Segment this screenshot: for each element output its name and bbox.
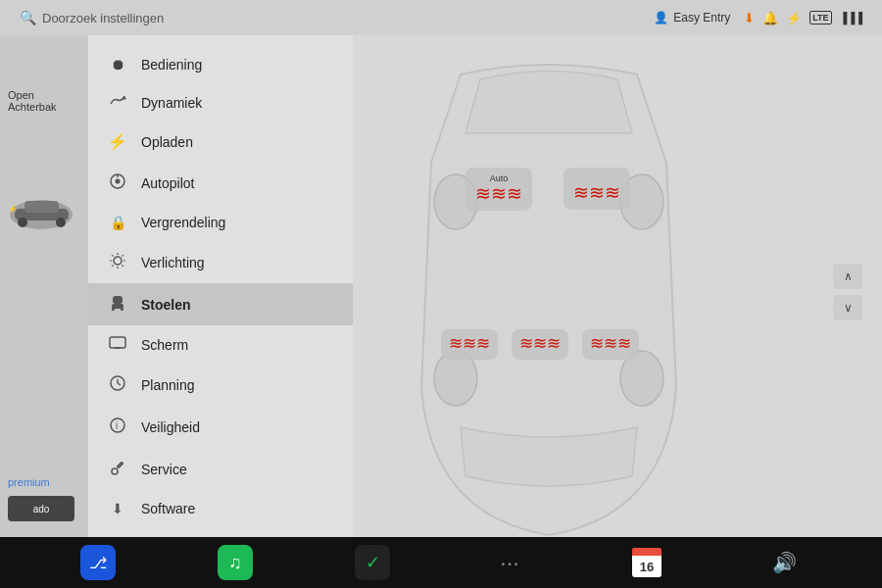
bluetooth-app-icon[interactable]: ⎇ — [80, 545, 116, 580]
rear-seats-row: ≋≋≋ ≋≋≋ ≋≋≋ — [441, 329, 639, 360]
vergrendeling-label: Vergrendeling — [141, 215, 225, 230]
dots-app-icon[interactable]: ··· — [492, 545, 527, 580]
software-label: Software — [141, 501, 195, 516]
front-left-heat-icon: ≋≋≋ — [475, 184, 522, 205]
menu-item-service[interactable]: Service — [88, 448, 353, 490]
car-thumbnail: ⚡ — [5, 187, 78, 240]
front-left-seat[interactable]: Auto ≋≋≋ — [466, 168, 532, 211]
planning-label: Planning — [141, 377, 195, 393]
dynamiek-label: Dynamiek — [141, 95, 202, 111]
svg-point-3 — [18, 218, 27, 227]
top-right-status: 👤 Easy Entry ⬇ 🔔 ⚡ LTE ▐▐▐ — [654, 11, 862, 25]
menu-item-verlichting[interactable]: Verlichting — [88, 241, 353, 283]
checkmark-symbol: ✓ — [366, 552, 380, 573]
chevron-down-icon: ∨ — [844, 301, 853, 315]
signal-bars: ▐▐▐ — [840, 12, 862, 24]
spotify-symbol: ♫ — [228, 553, 242, 573]
ado-label: ado — [33, 504, 50, 514]
search-icon: 🔍 — [20, 10, 36, 25]
svg-point-8 — [116, 179, 121, 184]
svg-line-15 — [112, 255, 113, 256]
svg-rect-22 — [121, 308, 123, 311]
planning-icon — [108, 374, 127, 395]
svg-text:⚡: ⚡ — [8, 204, 18, 214]
menu-item-autopilot[interactable]: Autopilot — [88, 162, 353, 204]
download-icon: ⬇ — [744, 11, 755, 25]
opladen-icon: ⚡ — [108, 132, 127, 151]
svg-line-17 — [122, 255, 122, 256]
menu-item-bediening[interactable]: ⏺ Bediening — [88, 45, 353, 83]
stoelen-label: Stoelen — [141, 297, 191, 313]
service-label: Service — [141, 462, 187, 477]
scherm-label: Scherm — [141, 337, 188, 353]
premium-label-wrap: premium — [8, 472, 50, 490]
svg-rect-23 — [110, 337, 125, 348]
svg-point-30 — [112, 468, 118, 474]
menu-item-dynamiek[interactable]: Dynamiek — [88, 83, 353, 122]
achterbak-label: Achterbak — [8, 101, 57, 113]
spotify-app-icon[interactable]: ♫ — [218, 545, 253, 580]
bluetooth-symbol: ⎇ — [89, 554, 107, 572]
menu-item-software[interactable]: ⬇ Software — [88, 490, 353, 527]
search-area[interactable]: 🔍 Doorzoek instellingen — [20, 10, 642, 25]
svg-text:i: i — [116, 420, 118, 431]
scroll-down-button[interactable]: ∨ — [833, 295, 862, 320]
rear-center-seat[interactable]: ≋≋≋ — [512, 329, 568, 360]
rear-right-seat[interactable]: ≋≋≋ — [582, 329, 639, 360]
verlichting-label: Verlichting — [141, 255, 205, 270]
checkmark-app-icon[interactable]: ✓ — [355, 545, 390, 580]
menu-item-planning[interactable]: Planning — [88, 364, 353, 406]
car-outline-svg — [382, 45, 715, 549]
scroll-up-button[interactable]: ∧ — [833, 264, 862, 289]
menu-item-opladen[interactable]: ⚡ Opladen — [88, 122, 353, 162]
front-right-seat[interactable]: ≋≋≋ — [564, 168, 630, 210]
verlichting-icon — [108, 252, 127, 272]
bluetooth-status-icon: ⚡ — [786, 11, 802, 25]
menu-item-stoelen[interactable]: Stoelen — [88, 283, 353, 325]
scherm-icon — [108, 336, 127, 353]
menu-item-vergrendeling[interactable]: 🔒 Vergrendeling — [88, 204, 353, 241]
search-input[interactable]: Doorzoek instellingen — [42, 11, 164, 25]
calendar-header — [632, 548, 662, 556]
vergrendeling-icon: 🔒 — [108, 215, 127, 230]
rear-center-heat-icon: ≋≋≋ — [519, 335, 561, 354]
chevron-up-icon: ∧ — [844, 270, 853, 283]
easy-entry-label: Easy Entry — [673, 11, 730, 24]
lte-badge: LTE — [809, 11, 831, 24]
svg-line-27 — [118, 383, 121, 385]
seat-diagram-area: Auto ≋≋≋ ≋≋≋ ≋≋≋ ≋≋≋ ≋≋≋ ∧ ∨ — [353, 35, 882, 549]
taskbar: ⎇ ♫ ✓ ··· 16 🔊 — [0, 537, 882, 588]
svg-rect-21 — [112, 308, 115, 311]
left-sidebar: Open Achterbak ⚡ premium ado — [0, 35, 88, 549]
calendar-app-icon[interactable]: 16 — [629, 545, 664, 580]
bell-icon: 🔔 — [762, 11, 778, 25]
veiligheid-icon: i — [108, 416, 127, 437]
open-label: Open — [8, 89, 57, 101]
svg-line-16 — [122, 265, 122, 266]
service-icon — [108, 459, 127, 479]
dots-symbol: ··· — [500, 549, 519, 576]
volume-symbol: 🔊 — [772, 551, 797, 574]
svg-rect-19 — [113, 296, 122, 304]
menu-item-scherm[interactable]: Scherm — [88, 325, 353, 364]
rear-left-seat[interactable]: ≋≋≋ — [441, 329, 498, 360]
volume-app-icon[interactable]: 🔊 — [766, 545, 802, 580]
calendar-icon: 16 — [632, 548, 662, 577]
front-left-seat-label: Auto — [475, 173, 522, 183]
easy-entry-area: 👤 Easy Entry — [654, 11, 730, 24]
person-icon: 👤 — [654, 11, 668, 24]
veiligheid-label: Veiligheid — [141, 419, 200, 435]
premium-text: premium — [8, 476, 50, 488]
bediening-icon: ⏺ — [108, 56, 127, 73]
menu-item-veiligheid[interactable]: i Veiligheid — [88, 406, 353, 448]
dynamiek-icon — [108, 94, 127, 111]
svg-rect-2 — [24, 201, 59, 213]
ado-button[interactable]: ado — [8, 496, 74, 521]
software-icon: ⬇ — [108, 501, 127, 516]
rear-right-heat-icon: ≋≋≋ — [590, 335, 631, 354]
svg-point-4 — [56, 218, 66, 227]
autopilot-label: Autopilot — [141, 175, 194, 191]
open-achterbak-area: Open Achterbak — [8, 89, 57, 113]
svg-line-18 — [112, 265, 113, 266]
opladen-label: Opladen — [141, 134, 193, 150]
